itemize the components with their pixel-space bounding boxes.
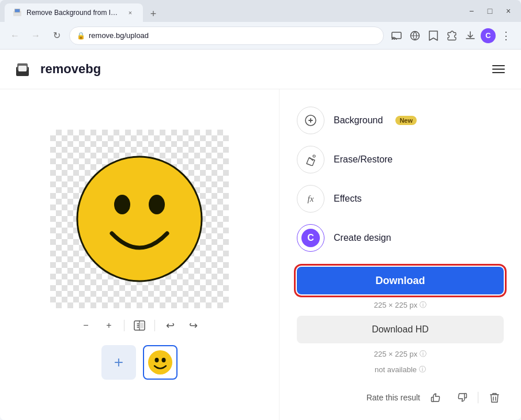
- logo-text-bold: bg: [85, 62, 101, 76]
- create-design-icon-circle: C: [297, 224, 324, 252]
- main-content: − + ↩ ↪ +: [0, 89, 521, 420]
- logo: removebg: [14, 59, 101, 80]
- thumbs-up-button[interactable]: [427, 388, 446, 407]
- active-tab[interactable]: Remove Background from Imac ×: [5, 3, 143, 22]
- hd-size-info-icon[interactable]: ⓘ: [420, 349, 426, 359]
- not-available-text: not available ⓘ: [297, 365, 504, 374]
- refresh-button[interactable]: ↻: [48, 28, 65, 44]
- extensions-icon-btn[interactable]: [444, 28, 460, 44]
- tab-favicon: [13, 8, 22, 17]
- browser-window: Remove Background from Imac × + − □ × ← …: [0, 0, 521, 420]
- forward-button[interactable]: →: [28, 28, 44, 44]
- download-info-icon[interactable]: ⓘ: [420, 300, 426, 310]
- svg-rect-2: [15, 9, 20, 12]
- add-image-button[interactable]: +: [101, 345, 136, 380]
- svg-point-15: [148, 350, 172, 374]
- compare-button[interactable]: [131, 317, 148, 334]
- page-content: removebg: [0, 50, 521, 420]
- url-text: remove.bg/upload: [89, 31, 376, 40]
- left-panel: − + ↩ ↪ +: [0, 89, 279, 420]
- back-button[interactable]: ←: [7, 28, 23, 44]
- zoom-in-button[interactable]: +: [101, 317, 117, 334]
- tool-effects[interactable]: fx Effects: [297, 179, 504, 218]
- logo-text-light: remove: [40, 62, 85, 76]
- toolbar-actions: C ⋮: [388, 28, 514, 44]
- canva-icon: C: [301, 229, 320, 247]
- rate-label: Rate this result: [367, 393, 420, 402]
- erase-restore-label: Erase/Restore: [334, 154, 392, 165]
- new-tab-button[interactable]: +: [145, 6, 161, 22]
- bookmark-icon-btn[interactable]: [425, 28, 441, 44]
- cast-icon-btn[interactable]: [388, 28, 405, 44]
- hamburger-menu[interactable]: [490, 63, 507, 75]
- svg-point-16: [155, 358, 159, 362]
- address-bar[interactable]: 🔒 remove.bg/upload: [69, 27, 384, 45]
- svg-point-11: [114, 195, 130, 214]
- thumbs-down-button[interactable]: [452, 388, 471, 407]
- right-panel: Background New Erase/Restore: [279, 89, 521, 420]
- download-hd-size: 225 × 225 px ⓘ: [297, 349, 504, 359]
- menu-button[interactable]: ⋮: [498, 28, 514, 44]
- svg-point-17: [162, 358, 166, 362]
- erase-icon-circle: [297, 146, 324, 173]
- image-canvas: [50, 130, 229, 308]
- tool-background[interactable]: Background New: [297, 101, 504, 140]
- thumbnail-item[interactable]: [143, 345, 178, 380]
- profile-button[interactable]: C: [481, 28, 496, 43]
- svg-point-12: [149, 195, 165, 214]
- effects-label: Effects: [334, 194, 362, 204]
- background-label: Background: [334, 115, 383, 126]
- thumbnails-row: +: [101, 345, 178, 380]
- smiley-image: [70, 150, 209, 288]
- logo-icon: [14, 59, 35, 80]
- svg-point-19: [313, 155, 315, 157]
- effects-icon: fx: [308, 194, 314, 204]
- zoom-out-button[interactable]: −: [78, 317, 94, 334]
- tab-title: Remove Background from Imac: [27, 9, 121, 17]
- minimize-button[interactable]: −: [463, 3, 480, 19]
- delete-button[interactable]: [485, 388, 504, 407]
- svg-rect-14: [139, 323, 144, 328]
- download-size: 225 × 225 px ⓘ: [297, 300, 504, 310]
- create-design-label: Create design: [334, 233, 391, 243]
- svg-rect-8: [18, 66, 27, 71]
- tab-close-btn[interactable]: ×: [126, 8, 135, 17]
- redo-button[interactable]: ↪: [185, 317, 201, 334]
- translate-icon-btn[interactable]: [407, 28, 423, 44]
- tools-list: Background New Erase/Restore: [297, 101, 504, 258]
- app-header: removebg: [0, 50, 521, 89]
- close-window-button[interactable]: ×: [500, 3, 516, 19]
- new-badge: New: [395, 116, 417, 125]
- download-hd-button[interactable]: Download HD: [297, 316, 504, 343]
- background-icon-circle: [297, 107, 324, 134]
- title-bar: Remove Background from Imac × + − □ ×: [0, 0, 521, 22]
- effects-icon-circle: fx: [297, 185, 324, 213]
- divider-2: [154, 320, 155, 331]
- undo-button[interactable]: ↩: [162, 317, 178, 334]
- tool-create-design[interactable]: C Create design: [297, 218, 504, 258]
- download-section: Download 225 × 225 px ⓘ Download HD 225 …: [297, 267, 504, 374]
- lock-icon: 🔒: [77, 32, 85, 40]
- not-available-info-icon[interactable]: ⓘ: [419, 365, 426, 374]
- logo-text: removebg: [40, 62, 101, 77]
- tab-bar: Remove Background from Imac × +: [5, 0, 460, 22]
- divider-1: [124, 320, 124, 331]
- maximize-button[interactable]: □: [482, 3, 498, 19]
- rate-section: Rate this result: [297, 384, 504, 407]
- image-controls: − + ↩ ↪: [78, 317, 201, 334]
- download-button[interactable]: Download: [297, 267, 504, 294]
- rate-divider: [478, 392, 478, 403]
- tool-erase-restore[interactable]: Erase/Restore: [297, 140, 504, 179]
- browser-toolbar: ← → ↻ 🔒 remove.bg/upload: [0, 22, 521, 50]
- window-controls: − □ ×: [463, 3, 516, 19]
- download-icon-btn[interactable]: [462, 28, 478, 44]
